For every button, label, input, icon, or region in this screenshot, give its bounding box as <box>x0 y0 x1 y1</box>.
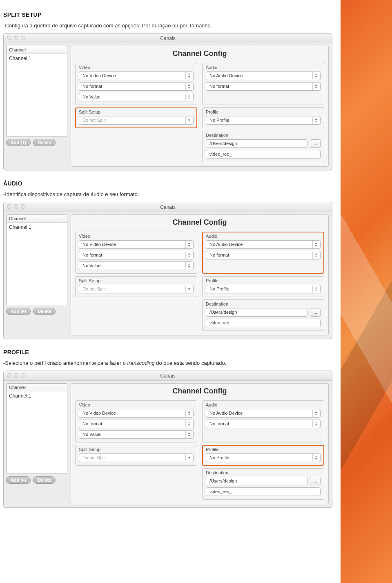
destination-prefix-field[interactable]: video_rec_ <box>206 487 321 496</box>
list-item[interactable]: Channel 1 <box>7 54 67 63</box>
profile-select[interactable]: No Profile▴▾ <box>206 116 321 125</box>
traffic-lights <box>7 373 25 377</box>
split-setup-group: Split Setup Do not Split▾ <box>75 107 197 128</box>
profile-group: Profile No Profile▴▾ <box>202 276 324 297</box>
window-titlebar: Canais <box>4 34 332 43</box>
audio-device-select[interactable]: No Audio Device▴▾ <box>206 71 321 80</box>
window-title: Canais <box>160 373 175 379</box>
split-select[interactable]: Do not Split▾ <box>79 285 194 293</box>
canais-window-audio: Canais Channel Channel 1 Add (+) Delete … <box>3 202 332 339</box>
browse-button[interactable]: ... <box>310 477 321 485</box>
video-device-select[interactable]: No Video Device▴▾ <box>79 409 194 418</box>
add-button[interactable]: Add (+) <box>6 139 31 146</box>
add-button[interactable]: Add (+) <box>6 308 31 315</box>
updown-icon: ▴▾ <box>312 252 319 259</box>
channel-list-header: Channel <box>7 384 67 391</box>
split-setup-group: Split Setup Do not Split▾ <box>75 276 197 297</box>
channel-list-header: Channel <box>7 46 67 54</box>
audio-device-select[interactable]: No Audio Device▴▾ <box>206 240 321 249</box>
add-button[interactable]: Add (+) <box>6 476 31 484</box>
updown-icon: ▴▾ <box>312 241 319 248</box>
updown-icon: ▴▾ <box>312 420 319 427</box>
updown-icon: ▴▾ <box>312 72 319 79</box>
profile-select[interactable]: No Profile▴▾ <box>206 453 321 462</box>
split-label: Split Setup <box>79 447 194 452</box>
section-heading-audio: ÁUDIO <box>3 180 333 187</box>
delete-button[interactable]: Delete <box>33 139 56 146</box>
updown-icon: ▴▾ <box>312 454 319 461</box>
destination-prefix-field[interactable]: video_rec_ <box>206 150 321 159</box>
list-item[interactable]: Channel 1 <box>7 223 67 232</box>
split-label: Split Setup <box>79 278 194 283</box>
traffic-lights <box>7 204 25 209</box>
chevron-down-icon: ▾ <box>185 454 192 461</box>
profile-label: Profile <box>206 278 321 283</box>
split-setup-group: Split Setup Do not Split▾ <box>75 445 197 466</box>
destination-label: Destination <box>206 133 321 138</box>
video-group: Video No Video Device▴▾ No format▴▾ No V… <box>75 63 197 105</box>
video-value-select[interactable]: No Value▴▾ <box>79 261 194 270</box>
canais-window-profile: Canais Channel Channel 1 Add (+) Delete … <box>3 371 332 508</box>
video-format-select[interactable]: No format▴▾ <box>79 251 194 259</box>
channel-list-header: Channel <box>7 215 67 223</box>
channel-list[interactable]: Channel Channel 1 <box>6 214 67 305</box>
video-device-select[interactable]: No Video Device▴▾ <box>79 71 194 80</box>
video-label: Video <box>79 65 194 70</box>
destination-prefix-field[interactable]: video_rec_ <box>206 319 321 327</box>
updown-icon: ▴▾ <box>185 420 192 427</box>
video-group: Video No Video Device▴▾ No format▴▾ No V… <box>75 232 197 274</box>
profile-label: Profile <box>206 447 321 452</box>
audio-group: Audio No Audio Device▴▾ No format▴▾ <box>202 232 324 274</box>
video-label: Video <box>79 234 194 239</box>
destination-label: Destination <box>206 302 321 306</box>
video-value-select[interactable]: No Value▴▾ <box>79 430 194 439</box>
destination-group: Destination /Users/design ... video_rec_ <box>202 299 324 331</box>
video-value-select[interactable]: No Value▴▾ <box>79 93 194 101</box>
updown-icon: ▴▾ <box>312 117 319 124</box>
destination-group: Destination /Users/design ... video_rec_ <box>202 131 324 162</box>
canais-window-split: Canais Channel Channel 1 Add (+) Delete … <box>3 33 332 170</box>
destination-path-field[interactable]: /Users/design <box>206 308 307 317</box>
chevron-down-icon: ▾ <box>185 286 192 293</box>
video-device-select[interactable]: No Video Device▴▾ <box>79 240 194 249</box>
destination-path-field[interactable]: /Users/design <box>206 139 307 148</box>
audio-format-select[interactable]: No format▴▾ <box>206 251 321 259</box>
decorative-sidebar <box>341 0 392 583</box>
split-select[interactable]: Do not Split▾ <box>79 116 194 125</box>
video-format-select[interactable]: No format▴▾ <box>79 82 194 91</box>
config-title: Channel Config <box>75 49 324 58</box>
audio-format-select[interactable]: No format▴▾ <box>206 420 321 428</box>
updown-icon: ▴▾ <box>312 83 319 90</box>
profile-group: Profile No Profile▴▾ <box>202 445 324 466</box>
updown-icon: ▴▾ <box>185 262 192 269</box>
traffic-lights <box>7 36 25 40</box>
window-titlebar: Canais <box>4 371 332 381</box>
list-item[interactable]: Channel 1 <box>7 391 67 400</box>
profile-select[interactable]: No Profile▴▾ <box>206 285 321 293</box>
audio-device-select[interactable]: No Audio Device▴▾ <box>206 409 321 418</box>
updown-icon: ▴▾ <box>312 410 319 417</box>
audio-label: Audio <box>206 65 321 70</box>
channel-list[interactable]: Channel Channel 1 <box>6 46 67 136</box>
profile-label: Profile <box>206 109 321 114</box>
split-select[interactable]: Do not Split▾ <box>79 453 194 462</box>
section-heading-split: SPLIT SETUP <box>3 11 333 18</box>
delete-button[interactable]: Delete <box>33 308 56 315</box>
updown-icon: ▴▾ <box>312 286 319 293</box>
audio-format-select[interactable]: No format▴▾ <box>206 82 321 91</box>
audio-group: Audio No Audio Device▴▾ No format▴▾ <box>202 400 324 442</box>
channel-list[interactable]: Channel Channel 1 <box>6 383 67 474</box>
section-heading-profile: PROFILE <box>3 349 333 355</box>
section-body-split: -Configura a quebra de arquivo capturado… <box>3 22 314 30</box>
config-title: Channel Config <box>75 218 324 227</box>
browse-button[interactable]: ... <box>310 139 321 148</box>
audio-group: Audio No Audio Device▴▾ No format▴▾ <box>202 63 324 105</box>
delete-button[interactable]: Delete <box>33 476 56 484</box>
section-body-audio: -Identifica dispositivos de captura de á… <box>3 191 314 199</box>
video-group: Video No Video Device▴▾ No format▴▾ No V… <box>75 400 197 442</box>
audio-label: Audio <box>206 402 321 407</box>
destination-path-field[interactable]: /Users/design <box>206 477 307 485</box>
split-label: Split Setup <box>79 109 194 114</box>
video-format-select[interactable]: No format▴▾ <box>79 420 194 428</box>
browse-button[interactable]: ... <box>310 308 321 317</box>
